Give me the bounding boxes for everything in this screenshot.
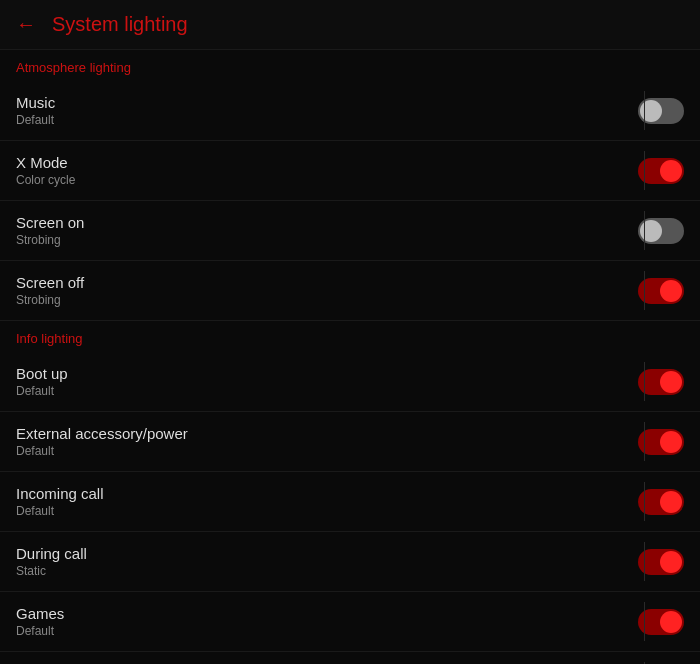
setting-item-incoming-call: Incoming callDefault bbox=[0, 472, 700, 532]
toggle-external-accessory[interactable] bbox=[638, 429, 684, 455]
toggle-knob-screen-on bbox=[640, 220, 662, 242]
setting-sublabel-during-call: Static bbox=[16, 564, 622, 578]
toggle-games[interactable] bbox=[638, 609, 684, 635]
setting-label-music: Music bbox=[16, 94, 622, 111]
toggle-knob-music bbox=[640, 100, 662, 122]
setting-label-xmode: X Mode bbox=[16, 154, 622, 171]
toggle-knob-boot-up bbox=[660, 371, 682, 393]
setting-item-music: MusicDefault bbox=[0, 81, 700, 141]
setting-item-screen-off: Screen offStrobing bbox=[0, 261, 700, 321]
setting-sublabel-music: Default bbox=[16, 113, 622, 127]
setting-sublabel-screen-on: Strobing bbox=[16, 233, 622, 247]
toggle-screen-off[interactable] bbox=[638, 278, 684, 304]
setting-item-screen-on: Screen onStrobing bbox=[0, 201, 700, 261]
setting-sublabel-external-accessory: Default bbox=[16, 444, 622, 458]
setting-label-external-accessory: External accessory/power bbox=[16, 425, 622, 442]
setting-sublabel-incoming-call: Default bbox=[16, 504, 622, 518]
toggle-xmode[interactable] bbox=[638, 158, 684, 184]
setting-label-during-call: During call bbox=[16, 545, 622, 562]
setting-item-games: GamesDefault bbox=[0, 592, 700, 652]
setting-sublabel-screen-off: Strobing bbox=[16, 293, 622, 307]
setting-label-screen-off: Screen off bbox=[16, 274, 622, 291]
back-arrow-icon[interactable]: ← bbox=[16, 13, 36, 36]
setting-item-during-call: During callStatic bbox=[0, 532, 700, 592]
toggle-knob-external-accessory bbox=[660, 431, 682, 453]
toggle-knob-incoming-call bbox=[660, 491, 682, 513]
toggle-knob-xmode bbox=[660, 160, 682, 182]
section-header-atmosphere: Atmosphere lighting bbox=[0, 50, 700, 81]
setting-sublabel-games: Default bbox=[16, 624, 622, 638]
setting-label-games: Games bbox=[16, 605, 622, 622]
toggle-during-call[interactable] bbox=[638, 549, 684, 575]
setting-item-boot-up: Boot upDefault bbox=[0, 352, 700, 412]
setting-item-xmode: X ModeColor cycle bbox=[0, 141, 700, 201]
toggle-knob-during-call bbox=[660, 551, 682, 573]
toggle-screen-on[interactable] bbox=[638, 218, 684, 244]
setting-sublabel-boot-up: Default bbox=[16, 384, 622, 398]
toggle-knob-screen-off bbox=[660, 280, 682, 302]
toggle-incoming-call[interactable] bbox=[638, 489, 684, 515]
header: ← System lighting bbox=[0, 0, 700, 50]
section-header-info: Info lighting bbox=[0, 321, 700, 352]
toggle-music[interactable] bbox=[638, 98, 684, 124]
setting-item-notification: NotificationDefault bbox=[0, 652, 700, 664]
page-title: System lighting bbox=[52, 13, 188, 36]
setting-label-screen-on: Screen on bbox=[16, 214, 622, 231]
setting-label-boot-up: Boot up bbox=[16, 365, 622, 382]
setting-item-external-accessory: External accessory/powerDefault bbox=[0, 412, 700, 472]
setting-label-incoming-call: Incoming call bbox=[16, 485, 622, 502]
toggle-knob-games bbox=[660, 611, 682, 633]
toggle-boot-up[interactable] bbox=[638, 369, 684, 395]
setting-sublabel-xmode: Color cycle bbox=[16, 173, 622, 187]
